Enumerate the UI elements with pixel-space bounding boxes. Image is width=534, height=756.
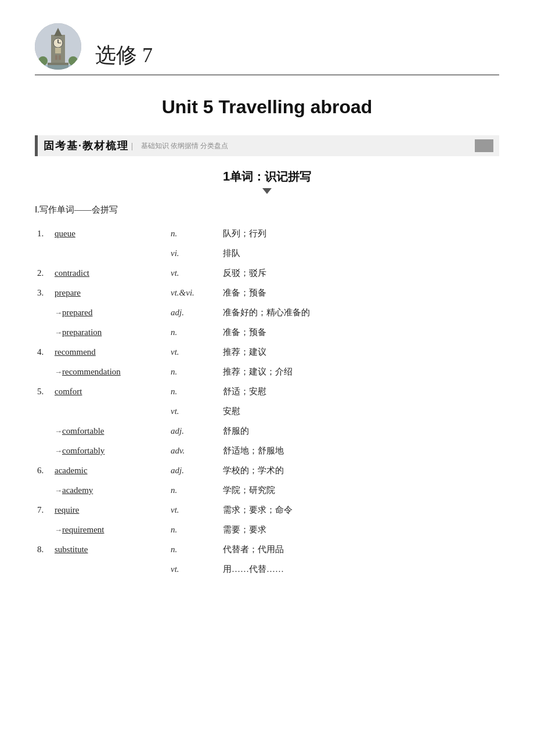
vocab-deriv-word: →recommendation (52, 362, 168, 381)
vocab-row: 3.preparevt.&vi.准备；预备 (35, 283, 499, 303)
vocab-deriv-pos: n. (168, 480, 221, 500)
vocab-deriv-pos: adv. (168, 441, 221, 460)
vocab-row: 2.contradictvt.反驳；驳斥 (35, 263, 499, 283)
vocab-section-title: 1单词：识记拼写 (35, 169, 499, 185)
logo-image (35, 23, 81, 70)
svg-rect-9 (55, 55, 57, 60)
vocab-pos: vt. (168, 500, 221, 520)
vocab-pos: vt. (168, 263, 221, 283)
vocab-deriv-pos: vt. (168, 401, 221, 421)
vocab-deriv-pos: adj. (168, 421, 221, 441)
vocab-deriv-row: vt.安慰 (35, 401, 499, 421)
vocab-deriv-meaning: 推荐；建议；介绍 (221, 362, 499, 381)
vocab-deriv-meaning: 舒适地；舒服地 (221, 441, 499, 460)
vocab-deriv-pos: vt. (168, 559, 221, 579)
vocab-deriv-meaning: 用……代替…… (221, 559, 499, 579)
svg-point-12 (68, 56, 78, 66)
vocab-num: 2. (35, 263, 52, 283)
vocab-deriv-row: vi.排队 (35, 243, 499, 263)
vocab-row: 4.recommendvt.推荐；建议 (35, 342, 499, 362)
vocab-word: substitute (52, 539, 168, 559)
vocab-word: academic (52, 460, 168, 480)
vocab-deriv-row: →recommendationn.推荐；建议；介绍 (35, 362, 499, 381)
triangle-decoration (262, 188, 272, 194)
vocab-deriv-meaning: 舒服的 (221, 421, 499, 441)
vocab-table: 1.queuen.队列；行列vi.排队2.contradictvt.反驳；驳斥3… (35, 224, 499, 579)
vocab-num: 1. (35, 224, 52, 243)
unit-title: Unit 5 Travelling abroad (35, 96, 499, 118)
subsection-label: Ⅰ.写作单词——会拼写 (35, 204, 499, 215)
section-header-decoration (475, 139, 493, 152)
vocab-deriv-meaning: 学院；研究院 (221, 480, 499, 500)
vocab-meaning: 队列；行列 (221, 224, 499, 243)
vocab-num: 3. (35, 283, 52, 303)
vocab-pos: n. (168, 381, 221, 401)
vocab-word: recommend (52, 342, 168, 362)
vocab-pos: n. (168, 539, 221, 559)
vocab-word: comfort (52, 381, 168, 401)
vocab-deriv-word: →prepared (52, 303, 168, 322)
vocab-meaning: 舒适；安慰 (221, 381, 499, 401)
vocab-deriv-pos: n. (168, 322, 221, 342)
vocab-deriv-meaning: 准备好的；精心准备的 (221, 303, 499, 322)
vocab-deriv-word (52, 243, 168, 263)
vocab-row: 8.substituten.代替者；代用品 (35, 539, 499, 559)
vocab-num: 7. (35, 500, 52, 520)
vocab-word: queue (52, 224, 168, 243)
vocab-deriv-row: →preparedadj.准备好的；精心准备的 (35, 303, 499, 322)
vocab-pos: vt.&vi. (168, 283, 221, 303)
vocab-deriv-meaning: 安慰 (221, 401, 499, 421)
section-header: 固考基·教材梳理 | 基础知识 依纲据情 分类盘点 (35, 135, 499, 156)
vocab-deriv-row: vt.用……代替…… (35, 559, 499, 579)
section-header-sub: 基础知识 依纲据情 分类盘点 (141, 141, 228, 151)
vocab-deriv-word (52, 401, 168, 421)
vocab-row: 7.requirevt.需求；要求；命令 (35, 500, 499, 520)
vocab-pos: n. (168, 224, 221, 243)
svg-rect-8 (55, 48, 61, 53)
section-header-main: 固考基·教材梳理 (44, 139, 129, 153)
vocab-row: 6.academicadj.学校的；学术的 (35, 460, 499, 480)
vocab-deriv-word: →requirement (52, 520, 168, 539)
vocab-deriv-word: →preparation (52, 322, 168, 342)
vocab-deriv-meaning: 准备；预备 (221, 322, 499, 342)
xuanxiu-title: 选修 7 (95, 41, 153, 70)
vocab-row: 1.queuen.队列；行列 (35, 224, 499, 243)
vocab-word: require (52, 500, 168, 520)
vocab-deriv-row: →requirementn.需要；要求 (35, 520, 499, 539)
vocab-meaning: 需求；要求；命令 (221, 500, 499, 520)
svg-rect-10 (59, 55, 61, 60)
vocab-deriv-row: →preparationn.准备；预备 (35, 322, 499, 342)
vocab-num: 4. (35, 342, 52, 362)
vocab-num: 6. (35, 460, 52, 480)
vocab-deriv-row: →academyn.学院；研究院 (35, 480, 499, 500)
vocab-deriv-row: →comfortablyadv.舒适地；舒服地 (35, 441, 499, 460)
svg-rect-13 (35, 65, 81, 70)
svg-point-11 (38, 56, 48, 66)
vocab-word: prepare (52, 283, 168, 303)
vocab-meaning: 推荐；建议 (221, 342, 499, 362)
vocab-pos: vt. (168, 342, 221, 362)
vocab-deriv-row: →comfortableadj.舒服的 (35, 421, 499, 441)
vocab-deriv-pos: n. (168, 520, 221, 539)
vocab-meaning: 反驳；驳斥 (221, 263, 499, 283)
vocab-deriv-pos: vi. (168, 243, 221, 263)
vocab-deriv-pos: adj. (168, 303, 221, 322)
vocab-meaning: 准备；预备 (221, 283, 499, 303)
vocab-deriv-word: →comfortable (52, 421, 168, 441)
vocab-deriv-meaning: 排队 (221, 243, 499, 263)
vocab-deriv-word (52, 559, 168, 579)
vocab-row: 5.comfortn.舒适；安慰 (35, 381, 499, 401)
vocab-meaning: 学校的；学术的 (221, 460, 499, 480)
vocab-num: 5. (35, 381, 52, 401)
vocab-deriv-word: →comfortably (52, 441, 168, 460)
vocab-word: contradict (52, 263, 168, 283)
header-area: 选修 7 (35, 23, 499, 75)
vocab-meaning: 代替者；代用品 (221, 539, 499, 559)
vocab-num: 8. (35, 539, 52, 559)
vocab-deriv-word: →academy (52, 480, 168, 500)
vocab-pos: adj. (168, 460, 221, 480)
vocab-deriv-pos: n. (168, 362, 221, 381)
vocab-deriv-meaning: 需要；要求 (221, 520, 499, 539)
